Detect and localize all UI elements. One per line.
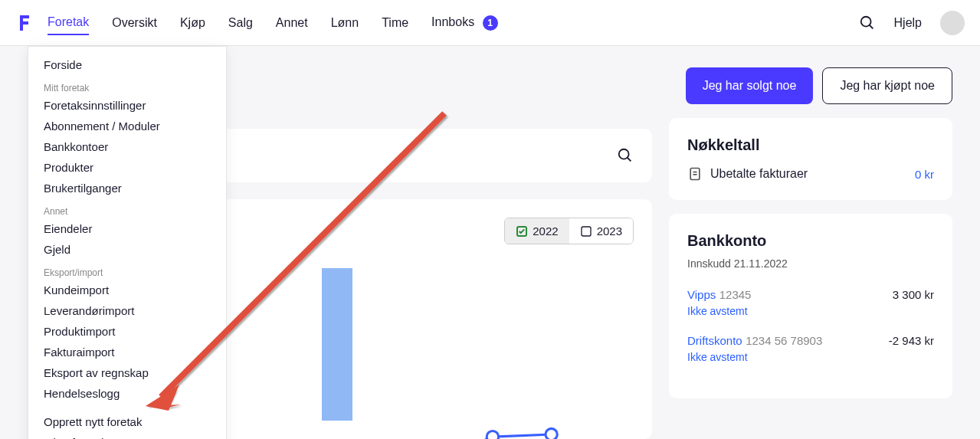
- help-link[interactable]: Hjelp: [894, 16, 922, 30]
- svg-point-2: [619, 149, 629, 159]
- key-figures-title: Nøkkeltall: [687, 136, 934, 154]
- dd-kundeimport[interactable]: Kundeimport: [28, 280, 226, 300]
- nav-items: Foretak Oversikt Kjøp Salg Annet Lønn Ti…: [48, 11, 498, 35]
- year-2023-button[interactable]: 2023: [569, 218, 633, 244]
- top-nav: Foretak Oversikt Kjøp Salg Annet Lønn Ti…: [0, 0, 980, 46]
- drift-amount: -2 943 kr: [889, 334, 934, 347]
- nav-lonn[interactable]: Lønn: [331, 11, 359, 34]
- svg-rect-5: [582, 227, 591, 236]
- dd-header-eksport: Eksport/import: [28, 260, 226, 280]
- unpaid-invoices-label: Ubetalte fakturaer: [710, 167, 808, 181]
- dd-opprett-nytt[interactable]: Opprett nytt foretak: [28, 411, 226, 432]
- dd-foretaksinnstillinger[interactable]: Foretaksinnstillinger: [28, 95, 226, 116]
- nav-innboks-label: Innboks: [431, 15, 474, 28]
- bank-row-vipps: Vipps 12345 3 300 kr Ikke avstemt: [687, 288, 934, 317]
- year-2022-button[interactable]: 2022: [505, 218, 569, 244]
- nav-salg[interactable]: Salg: [228, 11, 253, 34]
- dd-eiendeler[interactable]: Eiendeler: [28, 218, 226, 239]
- dd-mine-foretak[interactable]: Mine foretak: [28, 432, 226, 439]
- vipps-status[interactable]: Ikke avstemt: [687, 305, 934, 317]
- svg-line-3: [628, 158, 631, 162]
- bank-card: Bankkonto Innskudd 21.11.2022 Vipps 1234…: [669, 214, 952, 398]
- svg-point-7: [546, 429, 557, 439]
- search-card-icon[interactable]: [617, 147, 634, 164]
- dd-hendelseslogg[interactable]: Hendelseslogg: [28, 383, 226, 404]
- document-icon: [687, 166, 703, 182]
- dd-produkter[interactable]: Produkter: [28, 157, 226, 178]
- drift-status[interactable]: Ikke avstemt: [687, 351, 934, 363]
- action-buttons: Jeg har solgt noe Jeg har kjøpt noe: [669, 67, 952, 104]
- dd-leverandorimport[interactable]: Leverandørimport: [28, 300, 226, 321]
- vipps-number: 12345: [719, 288, 752, 301]
- unpaid-invoices-value: 0 kr: [915, 168, 934, 181]
- dd-brukertilganger[interactable]: Brukertilganger: [28, 178, 226, 198]
- search-icon[interactable]: [859, 15, 876, 31]
- nav-time[interactable]: Time: [382, 11, 408, 34]
- svg-point-6: [487, 431, 498, 439]
- vipps-amount: 3 300 kr: [893, 288, 934, 301]
- year-2022-label: 2022: [533, 224, 558, 238]
- drift-link[interactable]: Driftskonto: [687, 334, 742, 347]
- drift-number: 1234 56 78903: [746, 334, 822, 347]
- year-toggle: 2022 2023: [504, 218, 634, 244]
- logo-icon: [15, 14, 34, 32]
- bank-row-drift: Driftskonto 1234 56 78903 -2 943 kr Ikke…: [687, 334, 934, 363]
- sold-button[interactable]: Jeg har solgt noe: [686, 67, 814, 104]
- innboks-badge: 1: [483, 15, 498, 31]
- avatar[interactable]: [940, 11, 965, 35]
- dd-bankkontoer[interactable]: Bankkontoer: [28, 136, 226, 157]
- dd-gjeld[interactable]: Gjeld: [28, 239, 226, 260]
- dd-eksport-regnskap[interactable]: Eksport av regnskap: [28, 362, 226, 383]
- dd-forside[interactable]: Forside: [28, 54, 226, 75]
- bank-subtitle: Innskudd 21.11.2022: [687, 257, 934, 270]
- dd-fakturaimport[interactable]: Fakturaimport: [28, 342, 226, 362]
- bank-title: Bankkonto: [687, 232, 934, 250]
- year-2023-label: 2023: [597, 224, 622, 238]
- nav-right: Hjelp: [859, 11, 965, 35]
- dd-produktimport[interactable]: Produktimport: [28, 321, 226, 342]
- unpaid-invoices-row: Ubetalte fakturaer 0 kr: [687, 166, 934, 182]
- nav-innboks[interactable]: Innboks 1: [431, 11, 498, 35]
- dd-header-mitt: Mitt foretak: [28, 75, 226, 95]
- dd-header-annet: Annet: [28, 198, 226, 218]
- nav-kjop[interactable]: Kjøp: [180, 11, 205, 34]
- svg-line-1: [869, 25, 873, 28]
- nav-oversikt[interactable]: Oversikt: [112, 11, 157, 34]
- nav-foretak[interactable]: Foretak: [48, 11, 89, 35]
- right-column: Jeg har solgt noe Jeg har kjøpt noe Nøkk…: [669, 67, 952, 439]
- foretak-dropdown: Forside Mitt foretak Foretaksinnstilling…: [28, 46, 227, 439]
- key-figures-card: Nøkkeltall Ubetalte fakturaer 0 kr: [669, 118, 952, 200]
- dd-abonnement[interactable]: Abonnement / Moduler: [28, 116, 226, 136]
- bought-button[interactable]: Jeg har kjøpt noe: [822, 67, 952, 104]
- vipps-link[interactable]: Vipps: [687, 288, 716, 301]
- svg-point-0: [860, 16, 870, 26]
- nav-annet[interactable]: Annet: [276, 11, 308, 34]
